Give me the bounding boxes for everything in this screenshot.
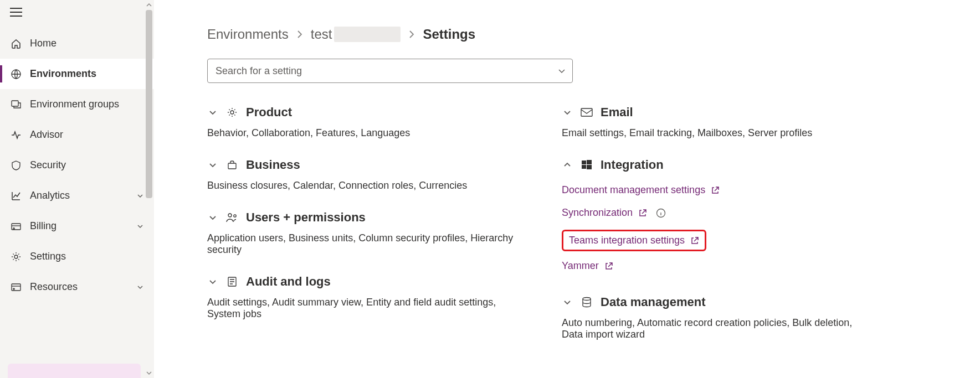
nav-item-home[interactable]: Home bbox=[0, 28, 154, 59]
section-title: Audit and logs bbox=[246, 275, 331, 289]
svg-point-10 bbox=[234, 215, 236, 217]
nav-label: Home bbox=[30, 38, 57, 49]
section-title: Users + permissions bbox=[246, 210, 366, 225]
svg-point-7 bbox=[230, 111, 234, 114]
briefcase-icon bbox=[226, 159, 238, 170]
section-title: Business bbox=[246, 158, 300, 172]
nav-list: Home Environments Environment groups Adv… bbox=[0, 28, 154, 302]
main-content: Environments test Settings bbox=[154, 0, 980, 378]
svg-rect-8 bbox=[228, 163, 236, 169]
hamburger-menu-button[interactable] bbox=[0, 0, 32, 24]
svg-point-4 bbox=[14, 255, 18, 258]
nav-item-environments[interactable]: Environments bbox=[0, 59, 154, 89]
chevron-down-icon bbox=[207, 213, 218, 222]
svg-rect-5 bbox=[12, 284, 20, 291]
section-title: Integration bbox=[601, 158, 664, 172]
open-external-icon bbox=[690, 236, 699, 245]
scroll-down-arrow-icon[interactable] bbox=[144, 368, 154, 378]
chevron-down-icon bbox=[207, 108, 218, 117]
section-header-audit-logs[interactable]: Audit and logs bbox=[207, 275, 517, 289]
mail-icon bbox=[581, 108, 593, 117]
section-desc: Application users, Business units, Colum… bbox=[207, 232, 517, 256]
list-icon bbox=[226, 276, 238, 287]
section-desc: Audit settings, Audit summary view, Enti… bbox=[207, 297, 517, 320]
section-desc: Email settings, Email tracking, Mailboxe… bbox=[562, 127, 872, 139]
scroll-thumb[interactable] bbox=[146, 10, 152, 198]
svg-rect-1 bbox=[12, 101, 18, 106]
chevron-down-icon bbox=[136, 222, 144, 230]
open-external-icon bbox=[604, 262, 613, 271]
svg-rect-13 bbox=[582, 160, 586, 164]
redacted-text bbox=[334, 27, 401, 42]
breadcrumb-env[interactable]: test bbox=[311, 27, 332, 42]
nav-item-settings[interactable]: Settings bbox=[0, 241, 154, 272]
search-input[interactable] bbox=[207, 59, 573, 83]
section-desc: Auto numbering, Automatic record creatio… bbox=[562, 317, 872, 340]
sidebar-scrollbar[interactable] bbox=[144, 0, 154, 378]
shield-icon bbox=[10, 159, 22, 172]
section-desc: Business closures, Calendar, Connection … bbox=[207, 180, 517, 191]
svg-rect-14 bbox=[587, 160, 592, 164]
nav-label: Resources bbox=[30, 281, 78, 293]
section-header-email[interactable]: Email bbox=[562, 105, 872, 120]
integration-link-yammer[interactable]: Yammer bbox=[562, 260, 872, 272]
integration-link-doc-mgmt[interactable]: Document management settings bbox=[562, 184, 872, 196]
environment-groups-icon bbox=[10, 99, 22, 111]
chevron-down-icon bbox=[562, 108, 573, 117]
integration-link-teams-highlighted[interactable]: Teams integration settings bbox=[562, 230, 706, 251]
chevron-up-icon bbox=[562, 160, 573, 169]
svg-rect-15 bbox=[582, 165, 586, 169]
nav-label: Billing bbox=[30, 220, 57, 232]
svg-rect-16 bbox=[587, 165, 592, 169]
section-header-users-permissions[interactable]: Users + permissions bbox=[207, 210, 517, 225]
billing-icon bbox=[10, 220, 22, 232]
chevron-down-icon bbox=[136, 192, 144, 200]
svg-point-6 bbox=[13, 288, 14, 289]
database-icon bbox=[581, 297, 593, 308]
gear-icon bbox=[226, 107, 238, 118]
home-icon bbox=[10, 38, 22, 50]
gear-icon bbox=[10, 251, 22, 263]
open-external-icon bbox=[638, 209, 647, 218]
breadcrumb-root[interactable]: Environments bbox=[207, 27, 289, 42]
nav-label: Environments bbox=[30, 68, 96, 80]
scroll-up-arrow-icon[interactable] bbox=[144, 0, 154, 10]
section-header-integration[interactable]: Integration bbox=[562, 158, 872, 172]
section-header-product[interactable]: Product bbox=[207, 105, 517, 120]
nav-item-resources[interactable]: Resources bbox=[0, 272, 154, 302]
svg-rect-12 bbox=[581, 108, 592, 116]
search-setting-combo[interactable] bbox=[207, 59, 573, 83]
scroll-track[interactable] bbox=[144, 10, 154, 368]
nav-item-advisor[interactable]: Advisor bbox=[0, 120, 154, 150]
nav-label: Analytics bbox=[30, 190, 70, 201]
nav-item-analytics[interactable]: Analytics bbox=[0, 180, 154, 211]
section-header-data-management[interactable]: Data management bbox=[562, 295, 872, 309]
section-header-business[interactable]: Business bbox=[207, 158, 517, 172]
nav-label: Security bbox=[30, 159, 66, 171]
chevron-down-icon bbox=[562, 298, 573, 307]
breadcrumb: Environments test Settings bbox=[207, 27, 941, 42]
nav-item-environment-groups[interactable]: Environment groups bbox=[0, 89, 154, 120]
link-label[interactable]: Synchronization bbox=[562, 207, 633, 219]
nav-item-security[interactable]: Security bbox=[0, 150, 154, 180]
chevron-down-icon bbox=[207, 277, 218, 286]
link-label[interactable]: Teams integration settings bbox=[569, 235, 685, 246]
chevron-down-icon bbox=[136, 283, 144, 291]
nav-label: Advisor bbox=[30, 129, 63, 141]
nav-item-billing[interactable]: Billing bbox=[0, 211, 154, 241]
section-desc: Behavior, Collaboration, Features, Langu… bbox=[207, 127, 517, 139]
pulse-icon bbox=[10, 129, 22, 141]
svg-point-3 bbox=[13, 227, 15, 229]
open-external-icon bbox=[711, 186, 720, 195]
link-label[interactable]: Document management settings bbox=[562, 184, 705, 196]
bottom-banner[interactable] bbox=[8, 364, 141, 378]
globe-icon bbox=[10, 68, 22, 80]
link-label[interactable]: Yammer bbox=[562, 260, 599, 272]
resources-icon bbox=[10, 281, 22, 293]
chart-icon bbox=[10, 190, 22, 202]
info-icon[interactable] bbox=[656, 208, 666, 218]
integration-link-synchronization[interactable]: Synchronization bbox=[562, 207, 872, 219]
chevron-right-icon bbox=[408, 30, 415, 39]
breadcrumb-current: Settings bbox=[423, 27, 475, 42]
sidebar: Home Environments Environment groups Adv… bbox=[0, 0, 154, 378]
